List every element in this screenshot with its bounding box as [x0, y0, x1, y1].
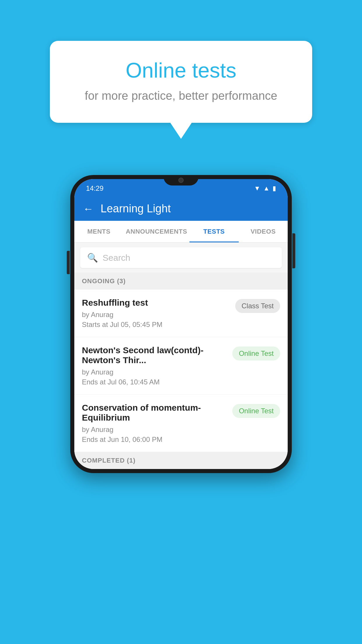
test-name-2: Newton's Second law(contd)-Newton's Thir…: [82, 345, 226, 365]
search-placeholder: Search: [103, 253, 130, 263]
status-icons: ▼ ▲ ▮: [254, 185, 276, 192]
app-bar: ← Learning Light: [74, 197, 288, 221]
test-badge-2: Online Test: [232, 346, 280, 360]
speech-bubble: Online tests for more practice, better p…: [50, 41, 312, 123]
test-name-1: Reshuffling test: [82, 298, 229, 308]
completed-section-header: COMPLETED (1): [74, 452, 288, 469]
test-info-3: Conservation of momentum-Equilibrium by …: [82, 403, 232, 444]
test-badge-3: Online Test: [232, 404, 280, 418]
app-title: Learning Light: [101, 202, 171, 215]
test-date-2: Ends at Jul 06, 10:45 AM: [82, 378, 226, 386]
back-button[interactable]: ←: [83, 203, 94, 215]
test-date-1: Starts at Jul 05, 05:45 PM: [82, 321, 229, 329]
search-icon: 🔍: [87, 253, 98, 263]
tab-videos[interactable]: VIDEOS: [239, 221, 288, 242]
test-item-2[interactable]: Newton's Second law(contd)-Newton's Thir…: [74, 337, 288, 395]
tab-ments[interactable]: MENTS: [74, 221, 123, 242]
completed-section-label: COMPLETED (1): [82, 457, 136, 464]
test-author-3: by Anurag: [82, 426, 226, 434]
status-time: 14:29: [86, 184, 103, 192]
test-name-3: Conservation of momentum-Equilibrium: [82, 403, 226, 423]
search-bar[interactable]: 🔍 Search: [80, 247, 282, 268]
phone-screen: 14:29 ▼ ▲ ▮ ← Learning Light MENTS ANNOU…: [74, 179, 288, 469]
battery-icon: ▮: [273, 185, 276, 192]
bubble-title: Online tests: [73, 58, 289, 82]
test-author-2: by Anurag: [82, 368, 226, 376]
ongoing-section-header: ONGOING (3): [74, 273, 288, 290]
test-author-1: by Anurag: [82, 311, 229, 319]
search-container: 🔍 Search: [74, 243, 288, 273]
test-badge-1: Class Test: [235, 299, 280, 313]
signal-icon: ▲: [263, 185, 270, 192]
phone-notch: [164, 175, 198, 186]
camera-dot: [178, 178, 184, 183]
ongoing-section-label: ONGOING (3): [82, 277, 126, 285]
tabs-container: MENTS ANNOUNCEMENTS TESTS VIDEOS: [74, 221, 288, 243]
speech-bubble-wrapper: Online tests for more practice, better p…: [50, 41, 312, 123]
wifi-icon: ▼: [254, 185, 260, 192]
test-info-2: Newton's Second law(contd)-Newton's Thir…: [82, 345, 232, 386]
test-item-1[interactable]: Reshuffling test by Anurag Starts at Jul…: [74, 290, 288, 337]
test-info-1: Reshuffling test by Anurag Starts at Jul…: [82, 298, 235, 329]
tab-announcements[interactable]: ANNOUNCEMENTS: [123, 221, 189, 242]
bubble-subtitle: for more practice, better performance: [73, 89, 289, 102]
phone-frame: 14:29 ▼ ▲ ▮ ← Learning Light MENTS ANNOU…: [70, 175, 292, 473]
phone-wrapper: 14:29 ▼ ▲ ▮ ← Learning Light MENTS ANNOU…: [70, 175, 292, 473]
test-date-3: Ends at Jun 10, 06:00 PM: [82, 435, 226, 444]
test-item-3[interactable]: Conservation of momentum-Equilibrium by …: [74, 395, 288, 452]
tab-tests[interactable]: TESTS: [189, 221, 238, 242]
